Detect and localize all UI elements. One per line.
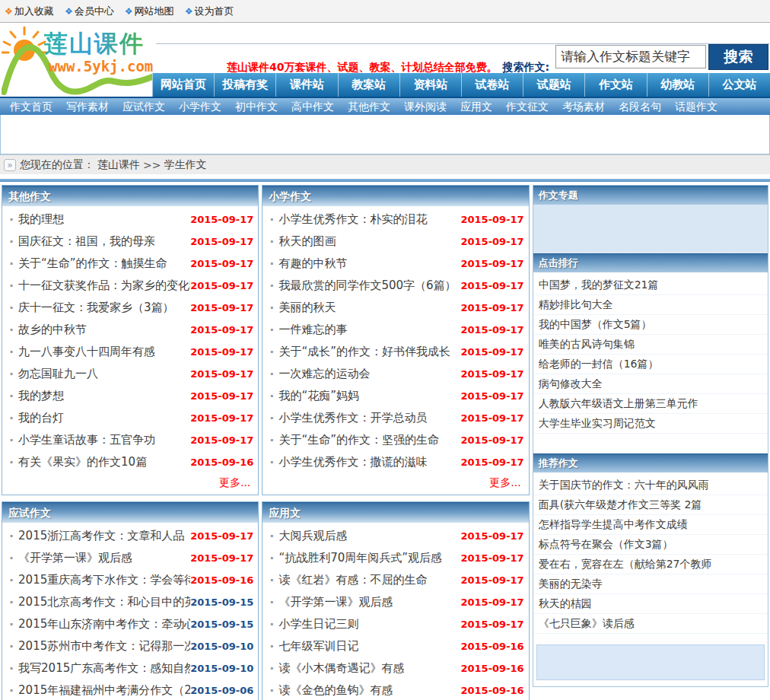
essay-link[interactable]: 故乡的中秋节 xyxy=(18,323,190,337)
sub-nav-item[interactable]: 作文征文 xyxy=(499,98,555,115)
essay-date: 2015-09-10 xyxy=(190,663,253,674)
topbar-link[interactable]: ❖ 会员中心 xyxy=(65,5,114,18)
essay-link[interactable]: 小学生童话故事：五官争功 xyxy=(18,433,190,447)
essay-link[interactable]: 小学生优秀作文：开学总动员 xyxy=(278,411,460,425)
essay-link[interactable]: 《开学第一课》观后感 xyxy=(278,595,460,609)
more-link-qita[interactable]: 更多... xyxy=(2,473,258,495)
essay-link[interactable]: 关于“生命”的作文：触摸生命 xyxy=(18,256,190,271)
essay-link[interactable]: 秋天的图画 xyxy=(278,234,460,249)
bullet-icon: · xyxy=(269,455,274,469)
essay-link[interactable]: 大阅兵观后感 xyxy=(278,529,460,543)
sub-nav-item[interactable]: 课外阅读 xyxy=(397,98,453,115)
essay-link[interactable]: 我最欣赏的同学作文500字（6篇） xyxy=(278,278,460,293)
ranking-link[interactable]: 人教版六年级语文上册第三单元作 xyxy=(533,394,768,414)
ranking-link[interactable]: 我的中国梦（作文5篇） xyxy=(533,315,768,335)
topbar-link-label[interactable]: 加入收藏 xyxy=(14,5,54,18)
essay-link[interactable]: 小学生日记三则 xyxy=(278,617,460,632)
main-nav-item[interactable]: 试卷站 xyxy=(461,73,523,97)
essay-link[interactable]: 关于“成长”的作文：好书伴我成长 xyxy=(278,345,460,359)
essay-link[interactable]: 我的理想 xyxy=(18,212,190,227)
ranking-link[interactable]: 大学生毕业实习周记范文 xyxy=(533,414,768,434)
breadcrumb-site-link[interactable]: 莲山课件 xyxy=(97,158,140,172)
essay-link[interactable]: 国庆征文：祖国，我的母亲 xyxy=(18,234,190,249)
sub-nav-item[interactable]: 写作素材 xyxy=(59,98,116,115)
essay-link[interactable]: 2015重庆高考下水作文：学会等待 xyxy=(18,573,190,587)
list-item: · 我最欣赏的同学作文500字（6篇） 2015-09-17 xyxy=(262,275,528,297)
essay-link[interactable]: 我的梦想 xyxy=(18,389,190,403)
ranking-link[interactable]: 给老师的一封信（16篇） xyxy=(533,355,768,374)
essay-link[interactable]: 2015浙江高考作文：文章和人品 xyxy=(18,529,190,543)
essay-link[interactable]: 2015年福建福州中考满分作文（2篇 xyxy=(18,683,190,698)
sub-nav-item[interactable]: 应用文 xyxy=(453,98,499,115)
essay-link[interactable]: 读《小木偶奇遇记》有感 xyxy=(278,661,460,676)
topbar-link-label[interactable]: 网站地图 xyxy=(135,5,174,18)
list-item: · 2015重庆高考下水作文：学会等待 2015-09-16 xyxy=(2,569,258,591)
essay-link[interactable]: 读《红岩》有感：不屈的生命 xyxy=(278,573,460,587)
essay-link[interactable]: “抗战胜利70周年阅兵式”观后感 xyxy=(278,551,460,565)
essay-link[interactable]: 我写2015广东高考作文：感知自然 xyxy=(18,661,190,676)
sub-nav-item[interactable]: 高中作文 xyxy=(285,98,341,115)
main-nav-item[interactable]: 试题站 xyxy=(523,73,584,97)
sub-nav-item[interactable]: 话题作文 xyxy=(668,98,724,115)
essay-link[interactable]: 庆十一征文：我爱家乡（3篇） xyxy=(18,301,190,315)
topbar-link[interactable]: ❖ 加入收藏 xyxy=(5,5,54,18)
search-input[interactable] xyxy=(555,45,706,68)
search-button[interactable]: 搜索 xyxy=(708,44,768,70)
recommend-link[interactable]: 秋天的桔园 xyxy=(533,594,768,614)
ranking-link[interactable]: 中国梦，我的梦征文21篇 xyxy=(533,275,768,295)
main-nav-item[interactable]: 网站首页 xyxy=(152,73,214,97)
essay-link[interactable]: 有关《果实》的作文10篇 xyxy=(18,455,190,469)
essay-link[interactable]: 勿忘国耻九一八 xyxy=(18,367,190,381)
essay-link[interactable]: 美丽的秋天 xyxy=(278,301,460,315)
more-link-xiaoxue[interactable]: 更多... xyxy=(262,473,528,495)
recommend-link[interactable]: 怎样指导学生提高中考作文成绩 xyxy=(533,515,768,535)
main-nav-item[interactable]: 课件站 xyxy=(275,73,337,97)
recommend-link[interactable]: 爱在右，宽容在左（献给第27个教师 xyxy=(533,555,768,574)
topbar-link[interactable]: ❖ 网站地图 xyxy=(125,5,174,18)
essay-link[interactable]: 《开学第一课》观后感 xyxy=(18,551,190,565)
essay-link[interactable]: 小学生优秀作文：撒谎的滋味 xyxy=(278,455,460,469)
ranking-link[interactable]: 精妙排比句大全 xyxy=(533,295,768,315)
topbar-link-label[interactable]: 会员中心 xyxy=(75,5,114,18)
essay-link[interactable]: 一次难忘的运动会 xyxy=(278,367,460,381)
essay-link[interactable]: 十一征文获奖作品：为家乡的变化喝 xyxy=(18,278,190,293)
essay-link[interactable]: 关于“生命”的作文：坚强的生命 xyxy=(278,433,460,447)
main-nav-item[interactable]: 公文站 xyxy=(708,73,770,97)
sub-nav-item[interactable]: 初中作文 xyxy=(228,98,285,115)
recommend-link[interactable]: 美丽的无染寺 xyxy=(533,574,768,594)
recommend-link[interactable]: 标点符号在聚会（作文3篇） xyxy=(533,535,768,555)
sub-nav-item[interactable]: 应试作文 xyxy=(116,98,172,115)
logo-title: 莲山课件 xyxy=(44,28,145,60)
main-nav-item[interactable]: 投稿有奖 xyxy=(214,73,275,97)
ranking-link[interactable]: 病句修改大全 xyxy=(533,374,768,394)
main-nav-item[interactable]: 资料站 xyxy=(399,73,461,97)
main-nav-item[interactable]: 教案站 xyxy=(338,73,399,97)
essay-link[interactable]: 有趣的中秋节 xyxy=(278,256,460,271)
recommend-link[interactable]: 《七只巨象》读后感 xyxy=(533,614,768,634)
essay-link[interactable]: 我的台灯 xyxy=(18,411,190,425)
essay-link[interactable]: 2015年山东济南中考作文：牵动心灵 xyxy=(18,617,190,632)
essay-link[interactable]: 一件难忘的事 xyxy=(278,323,460,337)
sub-nav-item[interactable]: 其他作文 xyxy=(341,98,397,115)
sub-nav-item[interactable]: 名段名句 xyxy=(612,98,668,115)
ranking-link[interactable]: 唯美的古风诗句集锦 xyxy=(533,335,768,355)
topbar-link[interactable]: ❖ 设为首页 xyxy=(185,5,234,18)
essay-link[interactable]: 我的“花痴”妈妈 xyxy=(278,389,460,403)
sub-nav-item[interactable]: 考场素材 xyxy=(555,98,612,115)
recommend-link[interactable]: 关于国庆节的作文：六十年的风风雨 xyxy=(533,476,768,495)
list-item: · 2015浙江高考作文：文章和人品 2015-09-17 xyxy=(2,525,258,547)
essay-link[interactable]: 读《金色的鱼钩》有感 xyxy=(278,683,460,698)
essay-link[interactable]: 九一八事变八十四周年有感 xyxy=(18,345,190,359)
essay-link[interactable]: 2015北京高考作文：和心目中的英雄 xyxy=(18,595,190,609)
site-logo[interactable]: 莲山课件 www.5ykj.com xyxy=(2,25,155,95)
topbar-link-label[interactable]: 设为首页 xyxy=(194,5,234,18)
main-nav-item[interactable]: 作文站 xyxy=(584,73,646,97)
sub-nav-item[interactable]: 小学作文 xyxy=(172,98,228,115)
essay-link[interactable]: 2015苏州市中考作文：记得那一次出 xyxy=(18,639,190,654)
sub-nav-item[interactable]: 作文首页 xyxy=(3,98,59,115)
recommend-link[interactable]: 面具(获六年级楚才作文三等奖 2篇 xyxy=(533,495,768,515)
essay-link[interactable]: 七年级军训日记 xyxy=(278,639,460,654)
bullet-icon: · xyxy=(9,433,14,447)
essay-link[interactable]: 小学生优秀作文：朴实的泪花 xyxy=(278,212,460,227)
main-nav-item[interactable]: 幼教站 xyxy=(647,73,708,97)
